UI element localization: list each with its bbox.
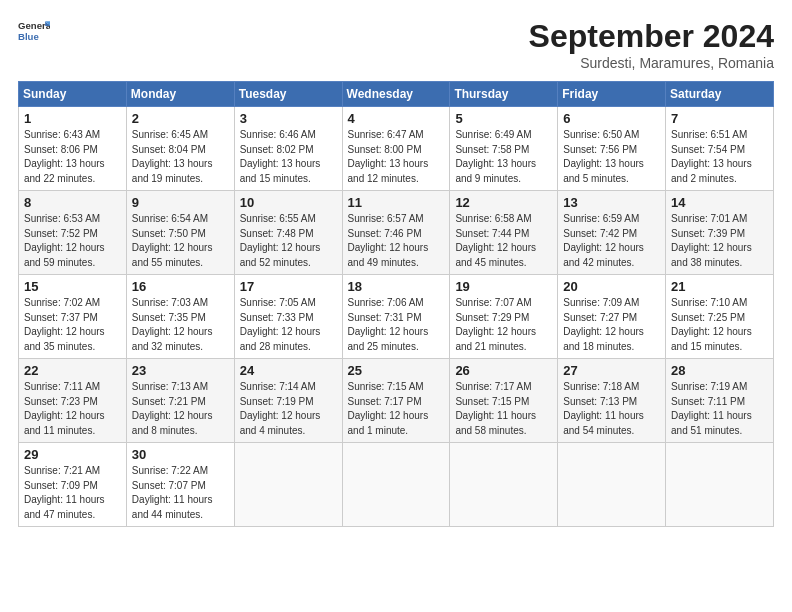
day-number: 10 [240, 195, 337, 210]
header: General Blue September 2024 Surdesti, Ma… [18, 18, 774, 71]
day-number: 9 [132, 195, 229, 210]
calendar-header-monday: Monday [126, 82, 234, 107]
calendar-header-friday: Friday [558, 82, 666, 107]
calendar-cell: 15Sunrise: 7:02 AM Sunset: 7:37 PM Dayli… [19, 275, 127, 359]
day-detail: Sunrise: 7:17 AM Sunset: 7:15 PM Dayligh… [455, 380, 552, 438]
day-number: 14 [671, 195, 768, 210]
day-detail: Sunrise: 7:19 AM Sunset: 7:11 PM Dayligh… [671, 380, 768, 438]
calendar-cell: 21Sunrise: 7:10 AM Sunset: 7:25 PM Dayli… [666, 275, 774, 359]
day-detail: Sunrise: 6:59 AM Sunset: 7:42 PM Dayligh… [563, 212, 660, 270]
calendar-week-1: 1Sunrise: 6:43 AM Sunset: 8:06 PM Daylig… [19, 107, 774, 191]
calendar-cell: 3Sunrise: 6:46 AM Sunset: 8:02 PM Daylig… [234, 107, 342, 191]
day-detail: Sunrise: 7:07 AM Sunset: 7:29 PM Dayligh… [455, 296, 552, 354]
calendar-cell: 2Sunrise: 6:45 AM Sunset: 8:04 PM Daylig… [126, 107, 234, 191]
calendar-cell: 28Sunrise: 7:19 AM Sunset: 7:11 PM Dayli… [666, 359, 774, 443]
calendar-cell: 25Sunrise: 7:15 AM Sunset: 7:17 PM Dayli… [342, 359, 450, 443]
day-detail: Sunrise: 6:43 AM Sunset: 8:06 PM Dayligh… [24, 128, 121, 186]
day-number: 21 [671, 279, 768, 294]
day-detail: Sunrise: 7:13 AM Sunset: 7:21 PM Dayligh… [132, 380, 229, 438]
day-detail: Sunrise: 7:06 AM Sunset: 7:31 PM Dayligh… [348, 296, 445, 354]
day-number: 24 [240, 363, 337, 378]
calendar-cell [450, 443, 558, 527]
logo: General Blue [18, 18, 50, 46]
calendar-cell: 29Sunrise: 7:21 AM Sunset: 7:09 PM Dayli… [19, 443, 127, 527]
day-number: 20 [563, 279, 660, 294]
day-number: 28 [671, 363, 768, 378]
day-number: 29 [24, 447, 121, 462]
day-number: 18 [348, 279, 445, 294]
calendar-header-saturday: Saturday [666, 82, 774, 107]
calendar-cell: 30Sunrise: 7:22 AM Sunset: 7:07 PM Dayli… [126, 443, 234, 527]
calendar: SundayMondayTuesdayWednesdayThursdayFrid… [18, 81, 774, 527]
day-number: 26 [455, 363, 552, 378]
calendar-cell: 4Sunrise: 6:47 AM Sunset: 8:00 PM Daylig… [342, 107, 450, 191]
calendar-cell: 14Sunrise: 7:01 AM Sunset: 7:39 PM Dayli… [666, 191, 774, 275]
day-detail: Sunrise: 7:14 AM Sunset: 7:19 PM Dayligh… [240, 380, 337, 438]
day-number: 12 [455, 195, 552, 210]
calendar-header-thursday: Thursday [450, 82, 558, 107]
location: Surdesti, Maramures, Romania [529, 55, 774, 71]
day-number: 4 [348, 111, 445, 126]
day-number: 11 [348, 195, 445, 210]
calendar-cell: 16Sunrise: 7:03 AM Sunset: 7:35 PM Dayli… [126, 275, 234, 359]
day-number: 17 [240, 279, 337, 294]
day-number: 7 [671, 111, 768, 126]
day-detail: Sunrise: 6:46 AM Sunset: 8:02 PM Dayligh… [240, 128, 337, 186]
calendar-cell: 26Sunrise: 7:17 AM Sunset: 7:15 PM Dayli… [450, 359, 558, 443]
day-detail: Sunrise: 6:57 AM Sunset: 7:46 PM Dayligh… [348, 212, 445, 270]
day-number: 6 [563, 111, 660, 126]
calendar-cell: 27Sunrise: 7:18 AM Sunset: 7:13 PM Dayli… [558, 359, 666, 443]
day-detail: Sunrise: 6:55 AM Sunset: 7:48 PM Dayligh… [240, 212, 337, 270]
day-number: 13 [563, 195, 660, 210]
day-number: 23 [132, 363, 229, 378]
calendar-cell [666, 443, 774, 527]
svg-text:Blue: Blue [18, 31, 39, 42]
day-detail: Sunrise: 7:15 AM Sunset: 7:17 PM Dayligh… [348, 380, 445, 438]
calendar-cell: 12Sunrise: 6:58 AM Sunset: 7:44 PM Dayli… [450, 191, 558, 275]
calendar-header-wednesday: Wednesday [342, 82, 450, 107]
day-number: 2 [132, 111, 229, 126]
day-number: 1 [24, 111, 121, 126]
day-detail: Sunrise: 7:10 AM Sunset: 7:25 PM Dayligh… [671, 296, 768, 354]
day-number: 16 [132, 279, 229, 294]
day-number: 19 [455, 279, 552, 294]
day-number: 30 [132, 447, 229, 462]
calendar-cell: 19Sunrise: 7:07 AM Sunset: 7:29 PM Dayli… [450, 275, 558, 359]
day-detail: Sunrise: 6:47 AM Sunset: 8:00 PM Dayligh… [348, 128, 445, 186]
day-detail: Sunrise: 6:53 AM Sunset: 7:52 PM Dayligh… [24, 212, 121, 270]
day-detail: Sunrise: 7:02 AM Sunset: 7:37 PM Dayligh… [24, 296, 121, 354]
title-block: September 2024 Surdesti, Maramures, Roma… [529, 18, 774, 71]
calendar-week-4: 22Sunrise: 7:11 AM Sunset: 7:23 PM Dayli… [19, 359, 774, 443]
day-detail: Sunrise: 7:03 AM Sunset: 7:35 PM Dayligh… [132, 296, 229, 354]
month-title: September 2024 [529, 18, 774, 55]
calendar-header-tuesday: Tuesday [234, 82, 342, 107]
calendar-cell: 18Sunrise: 7:06 AM Sunset: 7:31 PM Dayli… [342, 275, 450, 359]
calendar-cell: 5Sunrise: 6:49 AM Sunset: 7:58 PM Daylig… [450, 107, 558, 191]
day-detail: Sunrise: 6:50 AM Sunset: 7:56 PM Dayligh… [563, 128, 660, 186]
day-number: 3 [240, 111, 337, 126]
calendar-cell [342, 443, 450, 527]
day-number: 8 [24, 195, 121, 210]
day-detail: Sunrise: 7:11 AM Sunset: 7:23 PM Dayligh… [24, 380, 121, 438]
calendar-week-2: 8Sunrise: 6:53 AM Sunset: 7:52 PM Daylig… [19, 191, 774, 275]
calendar-week-3: 15Sunrise: 7:02 AM Sunset: 7:37 PM Dayli… [19, 275, 774, 359]
day-detail: Sunrise: 6:54 AM Sunset: 7:50 PM Dayligh… [132, 212, 229, 270]
day-detail: Sunrise: 6:49 AM Sunset: 7:58 PM Dayligh… [455, 128, 552, 186]
calendar-cell: 23Sunrise: 7:13 AM Sunset: 7:21 PM Dayli… [126, 359, 234, 443]
calendar-header-sunday: Sunday [19, 82, 127, 107]
calendar-cell: 6Sunrise: 6:50 AM Sunset: 7:56 PM Daylig… [558, 107, 666, 191]
day-detail: Sunrise: 7:05 AM Sunset: 7:33 PM Dayligh… [240, 296, 337, 354]
logo-icon: General Blue [18, 18, 50, 46]
calendar-cell: 9Sunrise: 6:54 AM Sunset: 7:50 PM Daylig… [126, 191, 234, 275]
day-number: 25 [348, 363, 445, 378]
day-number: 27 [563, 363, 660, 378]
calendar-cell: 8Sunrise: 6:53 AM Sunset: 7:52 PM Daylig… [19, 191, 127, 275]
day-detail: Sunrise: 7:22 AM Sunset: 7:07 PM Dayligh… [132, 464, 229, 522]
calendar-cell: 13Sunrise: 6:59 AM Sunset: 7:42 PM Dayli… [558, 191, 666, 275]
calendar-cell [234, 443, 342, 527]
day-number: 22 [24, 363, 121, 378]
calendar-header-row: SundayMondayTuesdayWednesdayThursdayFrid… [19, 82, 774, 107]
day-detail: Sunrise: 7:21 AM Sunset: 7:09 PM Dayligh… [24, 464, 121, 522]
calendar-cell: 24Sunrise: 7:14 AM Sunset: 7:19 PM Dayli… [234, 359, 342, 443]
calendar-cell: 10Sunrise: 6:55 AM Sunset: 7:48 PM Dayli… [234, 191, 342, 275]
